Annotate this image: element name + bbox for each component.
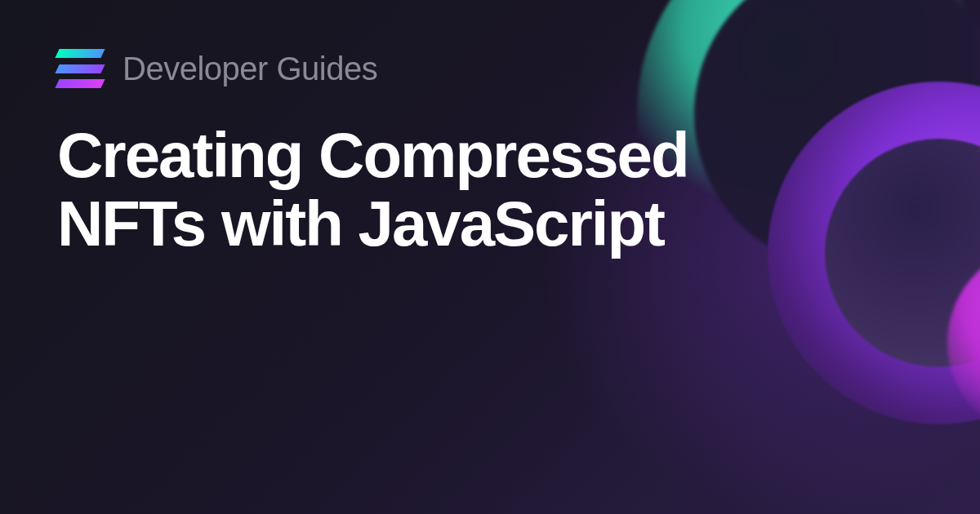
category-label: Developer Guides (122, 51, 377, 87)
logo-bar-middle (55, 64, 105, 73)
logo-bar-bottom (55, 79, 105, 88)
page-title: Creating Compressed NFTs with JavaScript (57, 121, 792, 258)
logo-bar-top (55, 49, 105, 58)
solana-logo-icon (57, 49, 103, 88)
header: Developer Guides (57, 49, 923, 88)
content-container: Developer Guides Creating Compressed NFT… (0, 0, 980, 307)
